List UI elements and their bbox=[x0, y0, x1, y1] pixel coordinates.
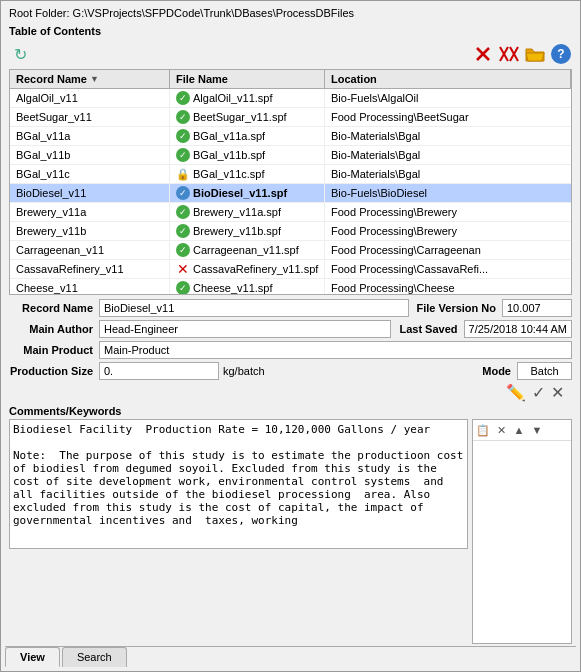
file-name-text: BioDiesel_v11.spf bbox=[193, 187, 287, 199]
file-status-lock-icon: 🔒 bbox=[176, 167, 190, 181]
col-location[interactable]: Location bbox=[325, 70, 571, 88]
main-author-label: Main Author bbox=[9, 323, 99, 335]
table-row[interactable]: BGal_v11a✓BGal_v11a.spfBio-Materials\Bga… bbox=[10, 127, 571, 146]
record-name-row: Record Name File Version No 10.007 bbox=[9, 299, 572, 317]
last-saved-label: Last Saved bbox=[399, 323, 463, 335]
help-icon: ? bbox=[551, 44, 571, 64]
file-name-text: Carrageenan_v11.spf bbox=[193, 244, 299, 256]
file-status-green-icon: ✓ bbox=[176, 91, 190, 105]
production-size-label: Production Size bbox=[9, 365, 99, 377]
td-record: Carrageenan_v11 bbox=[10, 241, 170, 259]
main-product-input[interactable] bbox=[99, 341, 572, 359]
file-status-green-icon: ✓ bbox=[176, 205, 190, 219]
td-record: Brewery_v11b bbox=[10, 222, 170, 240]
del-comment-icon[interactable]: ✕ bbox=[493, 422, 509, 438]
td-file: ✓AlgalOil_v11.spf bbox=[170, 89, 325, 107]
delete-button[interactable] bbox=[472, 43, 494, 65]
td-record: Cheese_v11 bbox=[10, 279, 170, 294]
td-file: ✓BGal_v11b.spf bbox=[170, 146, 325, 164]
last-saved-group: Last Saved 7/25/2018 10:44 AM bbox=[399, 320, 572, 338]
file-name-text: Brewery_v11a.spf bbox=[193, 206, 281, 218]
edit-icon[interactable]: ✏️ bbox=[506, 383, 526, 402]
help-button[interactable]: ? bbox=[550, 43, 572, 65]
open-folder-button[interactable] bbox=[524, 43, 546, 65]
td-record: AlgalOil_v11 bbox=[10, 89, 170, 107]
td-file: ✓Brewery_v11b.spf bbox=[170, 222, 325, 240]
table-row[interactable]: Brewery_v11a✓Brewery_v11a.spfFood Proces… bbox=[10, 203, 571, 222]
table-row[interactable]: Carrageenan_v11✓Carrageenan_v11.spfFood … bbox=[10, 241, 571, 260]
confirm-icon[interactable]: ✓ bbox=[532, 383, 545, 402]
production-size-input[interactable] bbox=[99, 362, 219, 380]
td-location: Food Processing\BeetSugar bbox=[325, 108, 571, 126]
record-name-label: Record Name bbox=[9, 302, 99, 314]
main-product-row: Main Product bbox=[9, 341, 572, 359]
comments-right-toolbar: 📋 ✕ ▲ ▼ bbox=[473, 420, 571, 441]
main-author-row: Main Author Last Saved 7/25/2018 10:44 A… bbox=[9, 320, 572, 338]
col-file-name[interactable]: File Name bbox=[170, 70, 325, 88]
cancel-icon[interactable]: ✕ bbox=[551, 383, 564, 402]
file-name-text: BGal_v11c.spf bbox=[193, 168, 265, 180]
down-comment-icon[interactable]: ▼ bbox=[529, 422, 545, 438]
col-record-name[interactable]: Record Name ▼ bbox=[10, 70, 170, 88]
table-row[interactable]: Cheese_v11✓Cheese_v11.spfFood Processing… bbox=[10, 279, 571, 294]
table-row[interactable]: CassavaRefinery_v11✕CassavaRefinery_v11.… bbox=[10, 260, 571, 279]
delete-all-button[interactable] bbox=[498, 43, 520, 65]
table-row[interactable]: Brewery_v11b✓Brewery_v11b.spfFood Proces… bbox=[10, 222, 571, 241]
record-name-input[interactable] bbox=[99, 299, 409, 317]
file-name-text: BGal_v11b.spf bbox=[193, 149, 265, 161]
td-location: Food Processing\Carrageenan bbox=[325, 241, 571, 259]
mode-value: Batch bbox=[517, 362, 572, 380]
main-author-input[interactable] bbox=[99, 320, 391, 338]
file-status-red-icon: ✕ bbox=[176, 262, 190, 276]
root-folder-label: Root Folder: bbox=[9, 7, 70, 19]
comments-body: 📋 ✕ ▲ ▼ bbox=[9, 419, 572, 644]
refresh-button[interactable]: ↻ bbox=[9, 43, 31, 65]
toolbar: ↻ ? bbox=[5, 41, 576, 67]
td-file: ✓BeetSugar_v11.spf bbox=[170, 108, 325, 126]
file-name-text: CassavaRefinery_v11.spf bbox=[193, 263, 318, 275]
td-record: Brewery_v11a bbox=[10, 203, 170, 221]
td-record: BGal_v11c bbox=[10, 165, 170, 183]
file-name-text: Brewery_v11b.spf bbox=[193, 225, 281, 237]
file-status-green-icon: ✓ bbox=[176, 148, 190, 162]
td-location: Bio-Materials\Bgal bbox=[325, 146, 571, 164]
td-record: BeetSugar_v11 bbox=[10, 108, 170, 126]
file-version-label: File Version No bbox=[417, 302, 502, 314]
td-record: BGal_v11b bbox=[10, 146, 170, 164]
comments-textarea[interactable] bbox=[9, 419, 468, 549]
production-size-row: Production Size kg/batch Mode Batch bbox=[9, 362, 572, 380]
file-status-green-icon: ✓ bbox=[176, 243, 190, 257]
root-folder-path: G:\VSProjects\SFPDCode\Trunk\DBases\Proc… bbox=[73, 7, 354, 19]
details-section: Record Name File Version No 10.007 Main … bbox=[9, 299, 572, 405]
file-name-text: BGal_v11a.spf bbox=[193, 130, 265, 142]
file-status-green-icon: ✓ bbox=[176, 110, 190, 124]
add-comment-icon[interactable]: 📋 bbox=[475, 422, 491, 438]
production-unit: kg/batch bbox=[223, 365, 265, 377]
main-product-label: Main Product bbox=[9, 344, 99, 356]
td-record: BioDiesel_v11 bbox=[10, 184, 170, 202]
file-name-text: Cheese_v11.spf bbox=[193, 282, 273, 294]
up-comment-icon[interactable]: ▲ bbox=[511, 422, 527, 438]
table-row[interactable]: BioDiesel_v11✓BioDiesel_v11.spfBio-Fuels… bbox=[10, 184, 571, 203]
file-version-value: 10.007 bbox=[502, 299, 572, 317]
file-status-green-icon: ✓ bbox=[176, 224, 190, 238]
comments-label: Comments/Keywords bbox=[9, 405, 572, 417]
file-status-green-icon: ✓ bbox=[176, 129, 190, 143]
td-file: ✓BGal_v11a.spf bbox=[170, 127, 325, 145]
table-row[interactable]: AlgalOil_v11✓AlgalOil_v11.spfBio-Fuels\A… bbox=[10, 89, 571, 108]
root-folder-bar: Root Folder: G:\VSProjects\SFPDCode\Trun… bbox=[5, 5, 576, 21]
td-record: CassavaRefinery_v11 bbox=[10, 260, 170, 278]
tab-view[interactable]: View bbox=[5, 647, 60, 667]
table-header: Record Name ▼ File Name Location bbox=[10, 70, 571, 89]
sort-arrow-record: ▼ bbox=[90, 74, 99, 84]
last-saved-value: 7/25/2018 10:44 AM bbox=[464, 320, 572, 338]
table-row[interactable]: BGal_v11b✓BGal_v11b.spfBio-Materials\Bga… bbox=[10, 146, 571, 165]
table-row[interactable]: BeetSugar_v11✓BeetSugar_v11.spfFood Proc… bbox=[10, 108, 571, 127]
table-row[interactable]: BGal_v11c🔒BGal_v11c.spfBio-Materials\Bga… bbox=[10, 165, 571, 184]
td-location: Food Processing\Cheese bbox=[325, 279, 571, 294]
td-location: Bio-Materials\Bgal bbox=[325, 127, 571, 145]
bottom-tabs: View Search bbox=[5, 646, 576, 667]
tab-search[interactable]: Search bbox=[62, 647, 127, 667]
td-file: ✕CassavaRefinery_v11.spf bbox=[170, 260, 325, 278]
file-version-group: File Version No 10.007 bbox=[417, 299, 572, 317]
